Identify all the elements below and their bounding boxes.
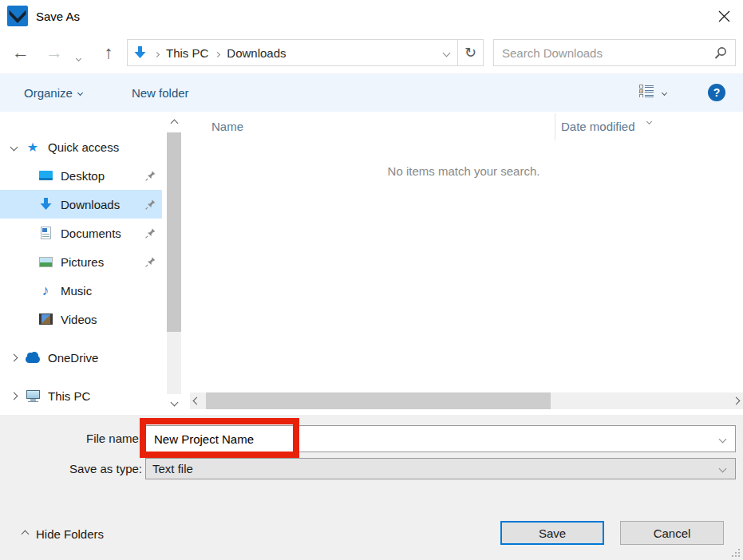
sidebar-item-downloads[interactable]: Downloads	[0, 190, 162, 219]
breadcrumb-chevron-icon	[155, 45, 159, 60]
title-bar: Save As	[0, 0, 743, 32]
pictures-icon	[38, 254, 53, 269]
pin-icon	[145, 257, 156, 267]
quick-access-icon: ★	[26, 140, 40, 154]
organize-dropdown-icon	[77, 89, 83, 95]
scroll-down-icon[interactable]	[166, 394, 182, 410]
save-button[interactable]: Save	[500, 521, 604, 545]
pin-icon	[145, 171, 156, 181]
file-name-label: File name:	[0, 432, 142, 445]
horizontal-scrollbar[interactable]	[190, 392, 743, 409]
sidebar-item-music[interactable]: ♪ Music	[0, 276, 162, 305]
search-icon[interactable]	[714, 46, 727, 59]
this-pc-icon	[26, 388, 40, 403]
hide-folders-button[interactable]: Hide Folders	[22, 527, 104, 541]
refresh-icon[interactable]: ↻	[457, 40, 483, 65]
chevron-up-icon	[22, 530, 30, 538]
sidebar-item-onedrive[interactable]: OneDrive	[0, 343, 162, 372]
file-list: Name Date modified No items match your s…	[184, 112, 743, 415]
organize-button[interactable]: Organize	[24, 86, 82, 100]
view-dropdown-icon	[662, 89, 667, 95]
navigation-pane: ★ Quick access Desktop Downloads Documen…	[0, 112, 184, 415]
onedrive-icon	[26, 350, 40, 365]
address-bar[interactable]: This PC Downloads ↻	[127, 39, 484, 66]
column-filter-icon[interactable]	[647, 112, 651, 127]
save-as-dialog: Save As ← → ↑ This PC Downloads ↻	[0, 0, 743, 560]
back-icon[interactable]: ←	[8, 32, 34, 73]
address-dropdown-icon[interactable]	[435, 50, 457, 56]
breadcrumb-this-pc[interactable]: This PC	[163, 46, 211, 60]
column-header-date-modified[interactable]: Date modified	[561, 120, 635, 133]
pin-icon	[145, 228, 156, 239]
scroll-right-icon[interactable]	[729, 392, 743, 409]
chevron-right-icon[interactable]	[8, 355, 19, 361]
sidebar-item-documents[interactable]: Documents	[0, 219, 162, 247]
breadcrumb-downloads[interactable]: Downloads	[223, 46, 289, 60]
cancel-button[interactable]: Cancel	[620, 521, 724, 545]
documents-icon	[38, 226, 53, 240]
view-options-button[interactable]	[639, 85, 666, 101]
new-folder-button[interactable]: New folder	[132, 86, 189, 100]
scrollbar-thumb[interactable]	[206, 392, 551, 409]
chevron-right-icon[interactable]	[8, 393, 19, 399]
chevron-down-icon[interactable]	[720, 436, 725, 442]
search-input[interactable]	[494, 40, 714, 65]
forward-icon[interactable]: →	[41, 32, 67, 73]
sidebar-item-quick-access[interactable]: ★ Quick access	[0, 132, 162, 161]
details-view-icon	[639, 85, 654, 101]
navigation-bar: ← → ↑ This PC Downloads ↻	[0, 32, 743, 73]
sidebar-item-pictures[interactable]: Pictures	[0, 247, 162, 276]
breadcrumb-chevron-icon	[215, 45, 219, 60]
command-bar: Organize New folder ?	[0, 73, 743, 112]
pin-icon	[145, 199, 156, 210]
resize-grip[interactable]	[732, 549, 740, 557]
chevron-down-icon	[720, 466, 725, 471]
download-folder-icon	[134, 46, 146, 59]
main-area: ★ Quick access Desktop Downloads Documen…	[0, 112, 743, 415]
download-icon	[38, 197, 53, 211]
sidebar-item-videos[interactable]: Videos	[0, 305, 162, 333]
videos-icon	[38, 312, 53, 326]
empty-list-message: No items match your search.	[184, 164, 743, 178]
footer-panel: File name: Save as type: Text file Hide …	[0, 415, 743, 560]
window-title: Save As	[36, 10, 80, 23]
sidebar-item-this-pc[interactable]: This PC	[0, 381, 162, 410]
scroll-left-icon[interactable]	[190, 392, 204, 409]
chevron-down-icon[interactable]	[8, 144, 19, 150]
desktop-icon	[38, 168, 53, 183]
column-separator[interactable]	[555, 113, 555, 140]
search-box	[493, 39, 736, 66]
up-icon[interactable]: ↑	[96, 32, 121, 73]
file-name-combobox	[145, 425, 736, 452]
music-icon: ♪	[38, 283, 53, 298]
file-name-input[interactable]	[146, 432, 720, 446]
scrollbar-thumb[interactable]	[167, 132, 181, 332]
column-header-name[interactable]: Name	[211, 120, 243, 133]
close-icon[interactable]	[711, 4, 737, 28]
sidebar-item-desktop[interactable]: Desktop	[0, 161, 162, 190]
scroll-up-icon[interactable]	[166, 115, 182, 131]
save-as-type-select[interactable]: Text file	[145, 458, 736, 479]
column-headers: Name Date modified	[184, 112, 743, 142]
recent-locations-icon[interactable]	[77, 49, 81, 64]
save-as-type-label: Save as type:	[0, 462, 142, 475]
sidebar-scrollbar[interactable]	[166, 112, 182, 415]
app-logo-icon	[7, 6, 28, 26]
help-button[interactable]: ?	[708, 84, 725, 101]
